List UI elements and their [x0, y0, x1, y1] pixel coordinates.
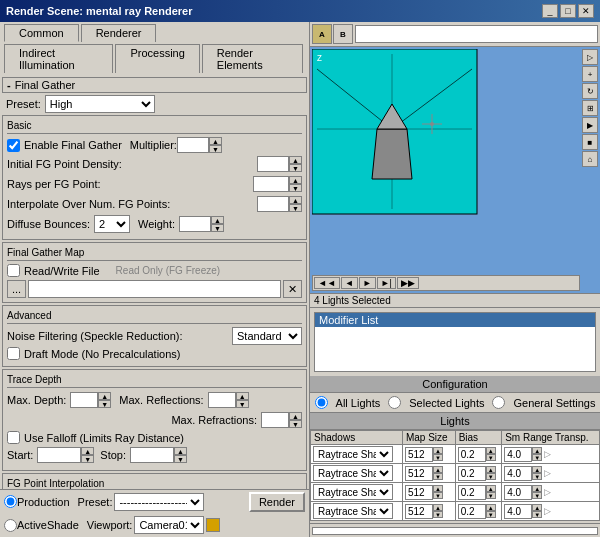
icon-zoom[interactable]: ⌂ [582, 151, 598, 167]
weight-up[interactable]: ▲ [211, 216, 224, 224]
transp-up-2[interactable]: ▲ [532, 485, 542, 492]
bias-dn-3[interactable]: ▼ [486, 511, 496, 518]
transp-dn-3[interactable]: ▼ [532, 511, 542, 518]
mapsize-up-2[interactable]: ▲ [433, 485, 443, 492]
max-refract-down[interactable]: ▼ [289, 420, 302, 428]
horizontal-scrollbar[interactable] [312, 527, 598, 535]
transp-dn-1[interactable]: ▼ [532, 473, 542, 480]
tb-btn-2[interactable]: B [333, 24, 353, 44]
start-up[interactable]: ▲ [81, 447, 94, 455]
weight-down[interactable]: ▼ [211, 224, 224, 232]
rays-fg-input[interactable]: 500 [253, 176, 289, 192]
play-fwd-btn[interactable]: ▶▶ [397, 277, 419, 289]
transp-up-3[interactable]: ▲ [532, 504, 542, 511]
icon-play[interactable]: ▶ [582, 117, 598, 133]
bias-up-3[interactable]: ▲ [486, 504, 496, 511]
transp-up-1[interactable]: ▲ [532, 466, 542, 473]
bias-input-3[interactable] [458, 504, 486, 519]
bias-dn-0[interactable]: ▼ [486, 454, 496, 461]
bias-input-2[interactable] [458, 485, 486, 500]
mapsize-input-3[interactable] [405, 504, 433, 519]
viewport-select[interactable]: Camera01 [134, 516, 204, 534]
shadow-select-1[interactable]: Raytrace Shadow [313, 465, 393, 481]
bias-input-1[interactable] [458, 466, 486, 481]
noise-select[interactable]: Standard [232, 327, 302, 345]
transp-input-2[interactable] [504, 485, 532, 500]
mapsize-input-1[interactable] [405, 466, 433, 481]
start-down[interactable]: ▼ [81, 455, 94, 463]
next-frame-btn[interactable]: ►| [377, 277, 396, 289]
all-lights-radio[interactable] [315, 396, 328, 409]
bias-dn-1[interactable]: ▼ [486, 473, 496, 480]
weight-input[interactable]: 1.0 [179, 216, 211, 232]
transp-input-0[interactable] [504, 447, 532, 462]
rw-file-checkbox[interactable] [7, 264, 20, 277]
bottom-preset-select[interactable]: ------------------- [114, 493, 204, 511]
rays-fg-down[interactable]: ▼ [289, 184, 302, 192]
icon-scale[interactable]: ⊞ [582, 100, 598, 116]
production-radio[interactable] [4, 495, 17, 508]
max-reflect-up[interactable]: ▲ [236, 392, 249, 400]
mapsize-input-2[interactable] [405, 485, 433, 500]
mapsize-dn-2[interactable]: ▼ [433, 492, 443, 499]
icon-rotate[interactable]: ↻ [582, 83, 598, 99]
tab-render-elements[interactable]: Render Elements [202, 44, 303, 73]
file-browse-button[interactable]: ... [7, 280, 26, 298]
mapsize-dn-1[interactable]: ▼ [433, 473, 443, 480]
enable-fg-checkbox[interactable] [7, 139, 20, 152]
mapsize-up-1[interactable]: ▲ [433, 466, 443, 473]
bias-up-0[interactable]: ▲ [486, 447, 496, 454]
preset-select[interactable]: High [45, 95, 155, 113]
draft-checkbox[interactable] [7, 347, 20, 360]
mapsize-dn-0[interactable]: ▼ [433, 454, 443, 461]
stop-down[interactable]: ▼ [174, 455, 187, 463]
bias-up-1[interactable]: ▲ [486, 466, 496, 473]
file-clear-button[interactable]: ✕ [283, 280, 302, 298]
section-final-gather-header[interactable]: -Final Gather [2, 77, 307, 93]
multiplier-input[interactable]: 1.0 [177, 137, 209, 153]
transp-input-3[interactable] [504, 504, 532, 519]
max-refract-input[interactable]: 5 [261, 412, 289, 428]
transp-up-0[interactable]: ▲ [532, 447, 542, 454]
interpolate-input[interactable]: 30 [257, 196, 289, 212]
diffuse-select[interactable]: 2 [94, 215, 130, 233]
initial-fg-up[interactable]: ▲ [289, 156, 302, 164]
initial-fg-input[interactable]: 1.5 [257, 156, 289, 172]
stop-up[interactable]: ▲ [174, 447, 187, 455]
interpolate-down[interactable]: ▼ [289, 204, 302, 212]
active-shade-radio[interactable] [4, 519, 17, 532]
bias-input-0[interactable] [458, 447, 486, 462]
mapsize-input-0[interactable] [405, 447, 433, 462]
general-settings-radio[interactable] [492, 396, 505, 409]
shadow-select-3[interactable]: Raytrace Shadow [313, 503, 393, 519]
prev-frame-btn[interactable]: ◄ [341, 277, 358, 289]
mapsize-up-0[interactable]: ▲ [433, 447, 443, 454]
icon-move[interactable]: + [582, 66, 598, 82]
stop-input[interactable]: 0.0cm [130, 447, 174, 463]
tb-btn-1[interactable]: A [312, 24, 332, 44]
tab-renderer[interactable]: Renderer [81, 24, 157, 42]
play-btn[interactable]: ► [359, 277, 376, 289]
bias-dn-2[interactable]: ▼ [486, 492, 496, 499]
bias-up-2[interactable]: ▲ [486, 485, 496, 492]
maximize-button[interactable]: □ [560, 4, 576, 18]
transp-input-1[interactable] [504, 466, 532, 481]
max-depth-up[interactable]: ▲ [98, 392, 111, 400]
mapsize-up-3[interactable]: ▲ [433, 504, 443, 511]
max-reflect-input[interactable]: 5 [208, 392, 236, 408]
rays-fg-up[interactable]: ▲ [289, 176, 302, 184]
lock-icon[interactable] [206, 518, 220, 532]
icon-select[interactable]: ▷ [582, 49, 598, 65]
selected-lights-radio[interactable] [388, 396, 401, 409]
minimize-button[interactable]: _ [542, 4, 558, 18]
max-refract-up[interactable]: ▲ [289, 412, 302, 420]
tab-processing[interactable]: Processing [115, 44, 199, 73]
transp-dn-2[interactable]: ▼ [532, 492, 542, 499]
start-input[interactable]: 0.0cm [37, 447, 81, 463]
multiplier-down[interactable]: ▼ [209, 145, 222, 153]
initial-fg-down[interactable]: ▼ [289, 164, 302, 172]
max-depth-down[interactable]: ▼ [98, 400, 111, 408]
command-input[interactable] [355, 25, 598, 43]
tab-indirect[interactable]: Indirect Illumination [4, 44, 113, 73]
icon-stop[interactable]: ■ [582, 134, 598, 150]
